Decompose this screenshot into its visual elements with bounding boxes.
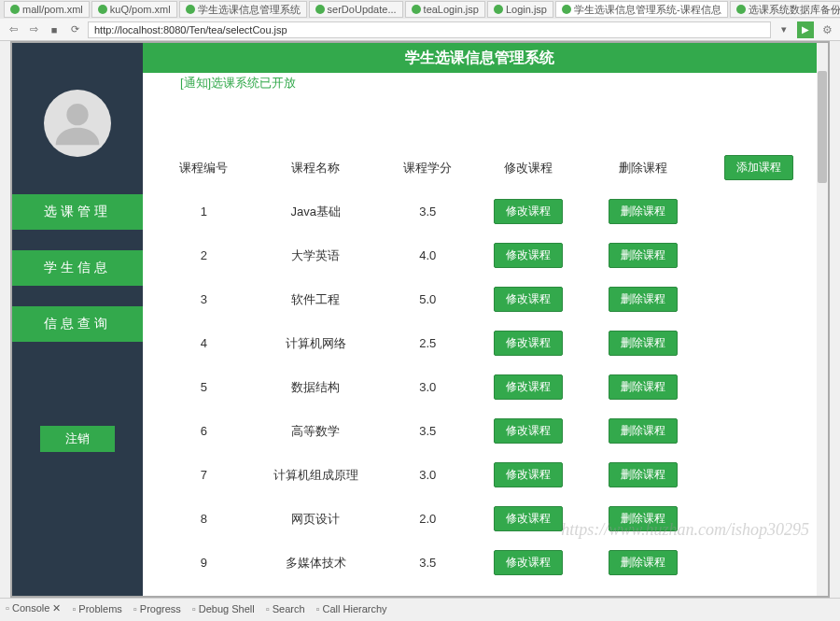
cell-id: 1	[161, 190, 246, 233]
panel-tab[interactable]: ▫ Problems	[72, 603, 121, 614]
sidebar-item[interactable]: 选课管理	[12, 194, 143, 230]
cell-name: 计算机组成原理	[246, 453, 385, 497]
table-row: 5数据结构3.0修改课程删除课程	[161, 365, 817, 409]
column-header: 修改课程	[470, 146, 586, 190]
cell-name: 网页设计	[246, 497, 385, 541]
page-title: 学生选课信息管理系统	[143, 43, 817, 73]
cell-credit: 5.0	[385, 277, 470, 321]
settings-icon[interactable]: ⚙	[819, 22, 834, 37]
editor-tab[interactable]: Login.jsp	[487, 1, 553, 18]
panel-tab[interactable]: ▫ Call Hierarchy	[316, 603, 387, 614]
tab-icon	[736, 5, 746, 14]
cell-name: 多媒体技术	[246, 541, 385, 585]
cell-credit: 3.5	[385, 409, 470, 453]
tab-icon	[494, 5, 503, 14]
cell-id: 7	[161, 453, 246, 497]
panel-tab[interactable]: ▫ Progress	[133, 603, 181, 614]
table-row: 9多媒体技术3.5修改课程删除课程	[161, 541, 817, 585]
editor-tab[interactable]: 学生选课信息管理系统	[179, 1, 307, 18]
back-icon[interactable]: ⇦	[6, 22, 21, 37]
cell-credit: 3.0	[385, 453, 470, 497]
sidebar-menu: 选课管理学生信息信息查询	[12, 194, 143, 342]
run-icon[interactable]: ▶	[797, 21, 814, 38]
scroll-thumb[interactable]	[818, 71, 827, 183]
cell-credit: 2.5	[385, 321, 470, 365]
editor-tab[interactable]: 选课系统数据库备份.sql	[730, 1, 840, 18]
editor-tabs: mall/pom.xmlkuQ/pom.xml学生选课信息管理系统serDoUp…	[0, 0, 840, 19]
editor-tab[interactable]: serDoUpdate...	[309, 1, 403, 18]
edit-course-button[interactable]: 修改课程	[494, 418, 563, 444]
delete-course-button[interactable]: 删除课程	[609, 243, 678, 268]
cell-name: 大学英语	[246, 233, 385, 277]
sidebar-item[interactable]: 信息查询	[12, 306, 143, 342]
column-header: 课程学分	[385, 146, 470, 190]
sidebar: 选课管理学生信息信息查询 注销	[12, 43, 143, 596]
url-input[interactable]: http://localhost:8080/Ten/tea/selectCou.…	[88, 21, 771, 38]
edit-course-button[interactable]: 修改课程	[494, 331, 563, 356]
tab-icon	[10, 5, 20, 14]
cell-name: 高等数学	[246, 409, 385, 453]
cell-id: 4	[161, 321, 246, 365]
tab-icon	[562, 5, 571, 14]
delete-course-button[interactable]: 删除课程	[609, 418, 678, 444]
tab-icon	[412, 5, 421, 14]
cell-credit: 2.0	[385, 497, 470, 541]
edit-course-button[interactable]: 修改课程	[494, 243, 563, 268]
table-row: 3软件工程5.0修改课程删除课程	[161, 277, 817, 321]
delete-course-button[interactable]: 删除课程	[609, 199, 678, 224]
logout-button[interactable]: 注销	[40, 426, 115, 452]
panel-tab[interactable]: ▫ Console ✕	[6, 602, 61, 614]
delete-course-button[interactable]: 删除课程	[609, 374, 678, 400]
editor-tab[interactable]: kuQ/pom.xml	[91, 1, 177, 18]
refresh-icon[interactable]: ⟳	[67, 22, 82, 37]
table-row: 8网页设计2.0修改课程删除课程	[161, 497, 817, 541]
browser-viewport: 学生选课信息管理系统 [通知]选课系统已开放 选课管理学生信息信息查询 注销 课…	[10, 41, 830, 598]
edit-course-button[interactable]: 修改课程	[494, 462, 563, 487]
dropdown-icon[interactable]: ▾	[777, 22, 791, 37]
delete-course-button[interactable]: 删除课程	[609, 550, 678, 575]
edit-course-button[interactable]: 修改课程	[494, 374, 563, 400]
cell-id: 2	[161, 233, 246, 277]
cell-id: 8	[161, 497, 246, 541]
main-content: 课程编号课程名称课程学分修改课程删除课程添加课程 1Java基础3.5修改课程删…	[161, 146, 817, 596]
editor-tab[interactable]: teaLogin.jsp	[405, 1, 485, 18]
edit-course-button[interactable]: 修改课程	[494, 287, 563, 312]
ide-bottom-panel: ▫ Console ✕▫ Problems▫ Progress▫ Debug S…	[0, 598, 840, 618]
cell-id: 6	[161, 409, 246, 453]
panel-tab[interactable]: ▫ Search	[266, 603, 305, 614]
address-bar: ⇦ ⇨ ■ ⟳ http://localhost:8080/Ten/tea/se…	[0, 19, 840, 41]
add-course-button[interactable]: 添加课程	[724, 155, 793, 180]
panel-tab[interactable]: ▫ Debug Shell	[192, 603, 255, 614]
column-header: 课程名称	[246, 146, 385, 190]
tab-icon	[315, 5, 325, 14]
stop-icon[interactable]: ■	[47, 22, 62, 37]
cell-id: 5	[161, 365, 246, 409]
cell-id: 9	[161, 541, 246, 585]
edit-course-button[interactable]: 修改课程	[494, 506, 563, 531]
tab-icon	[98, 5, 107, 14]
editor-tab[interactable]: mall/pom.xml	[4, 1, 90, 18]
tab-icon	[186, 5, 195, 14]
table-row: 7计算机组成原理3.0修改课程删除课程	[161, 453, 817, 497]
cell-name: 软件工程	[246, 277, 385, 321]
table-row: 2大学英语4.0修改课程删除课程	[161, 233, 817, 277]
delete-course-button[interactable]: 删除课程	[609, 506, 678, 531]
column-header: 课程编号	[161, 146, 246, 190]
user-icon	[51, 97, 104, 149]
edit-course-button[interactable]: 修改课程	[494, 199, 563, 224]
editor-tab[interactable]: 学生选课信息管理系统-课程信息	[555, 1, 728, 18]
cell-name: Java基础	[246, 190, 385, 233]
sidebar-item[interactable]: 学生信息	[12, 250, 143, 286]
delete-course-button[interactable]: 删除课程	[609, 462, 678, 487]
column-header: 删除课程	[585, 146, 701, 190]
cell-credit: 3.0	[385, 365, 470, 409]
course-table: 课程编号课程名称课程学分修改课程删除课程添加课程 1Java基础3.5修改课程删…	[161, 146, 817, 585]
edit-course-button[interactable]: 修改课程	[494, 550, 563, 575]
scrollbar[interactable]	[817, 43, 828, 596]
delete-course-button[interactable]: 删除课程	[609, 287, 678, 312]
cell-credit: 3.5	[385, 190, 470, 233]
cell-credit: 3.5	[385, 541, 470, 585]
delete-course-button[interactable]: 删除课程	[609, 331, 678, 356]
forward-icon[interactable]: ⇨	[26, 22, 41, 37]
table-row: 4计算机网络2.5修改课程删除课程	[161, 321, 817, 365]
